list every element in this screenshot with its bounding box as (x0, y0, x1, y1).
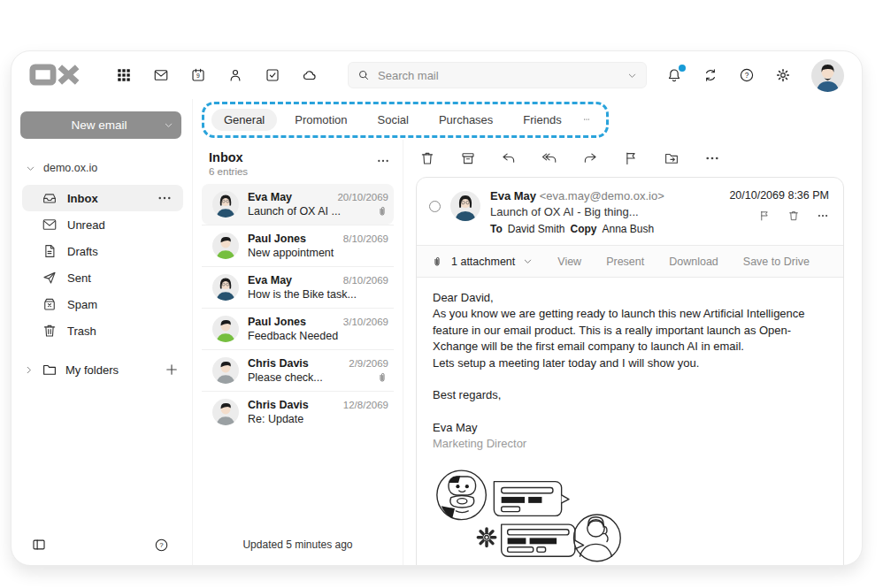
tasks-app-icon[interactable] (265, 67, 280, 83)
detail-datetime: 20/10/2069 8:36 PM (729, 189, 829, 202)
refresh-icon[interactable] (703, 67, 718, 83)
new-email-dropdown[interactable] (155, 120, 181, 130)
sidebar-item-label: Spam (67, 298, 97, 311)
sidebar-item-drafts[interactable]: Drafts (12, 238, 192, 264)
svg-text:9: 9 (196, 73, 200, 79)
header-more-icon[interactable] (817, 210, 829, 222)
tab-promotion[interactable]: Promotion (282, 109, 359, 131)
body-paragraph: Lets setup a meeting later today and I w… (433, 355, 827, 371)
read-state-radio[interactable] (429, 201, 441, 212)
flag-icon[interactable] (758, 210, 771, 222)
move-to-folder-icon[interactable] (664, 150, 680, 166)
reply-all-icon[interactable] (541, 150, 557, 166)
sidebar-item-sent[interactable]: Sent (12, 264, 192, 291)
sidebar-item-label: Trash (67, 325, 96, 338)
paperclip-icon (376, 205, 388, 218)
list-count: 6 entries (209, 166, 248, 177)
search-input[interactable] (378, 69, 619, 82)
copy-value: Anna Bush (602, 223, 654, 235)
account-name: demo.ox.io (43, 162, 97, 174)
flag-icon[interactable] (623, 150, 639, 166)
attachment-save-to-drive-button[interactable]: Save to Drive (743, 256, 810, 268)
list-more-icon[interactable] (376, 154, 390, 168)
avatar (212, 316, 239, 342)
list-item[interactable]: Paul Jones3/10/2069 Feedback Needed (202, 308, 394, 349)
notifications-button[interactable] (666, 67, 682, 83)
detail-header-actions (729, 210, 829, 222)
chevron-down-icon (164, 120, 173, 130)
delete-icon[interactable] (419, 150, 435, 166)
list-item[interactable]: Chris Davis12/8/2069 Re: Update (202, 391, 394, 432)
forward-icon[interactable] (582, 150, 598, 166)
tab-general[interactable]: General (211, 109, 277, 131)
attachment-download-button[interactable]: Download (669, 256, 718, 268)
list-item[interactable]: Eva May20/10/2069 Launch of OX AI ... (202, 184, 394, 225)
gear-shape (478, 529, 495, 546)
delete-icon[interactable] (787, 210, 800, 222)
to-value: David Smith (508, 223, 565, 235)
search-icon (357, 69, 370, 81)
category-tabs-row: General Promotion Social Purchases Frien… (193, 99, 862, 140)
detail-recipients: To David Smith Copy Anna Bush (490, 223, 664, 235)
attachment-indicator (376, 371, 388, 384)
reply-icon[interactable] (501, 150, 517, 166)
tab-social[interactable]: Social (365, 109, 421, 131)
unread-envelope-icon (42, 217, 58, 233)
contacts-app-icon[interactable] (227, 67, 243, 83)
svg-text:?: ? (159, 541, 164, 549)
new-email-label: New email (20, 118, 155, 132)
inbox-more-icon[interactable] (157, 190, 173, 206)
settings-gear-icon[interactable] (775, 67, 791, 83)
sent-plane-icon (42, 270, 58, 286)
body-greeting: Dear David, (433, 290, 827, 306)
drafts-file-icon (42, 243, 58, 259)
help-icon[interactable]: ? (739, 67, 755, 83)
message-date: 8/10/2069 (343, 275, 388, 286)
toolbar-more-icon[interactable] (704, 150, 720, 166)
message-subject: How is the Bike task... (248, 288, 357, 301)
tab-purchases[interactable]: Purchases (426, 109, 505, 131)
sidebar-item-inbox[interactable]: Inbox (22, 185, 183, 211)
inbox-icon (42, 190, 58, 206)
body-regards: Best regards, (433, 387, 827, 403)
mail-card: Eva May <eva.may@demo.ox.io> Launch of O… (416, 177, 844, 566)
toggle-sidebar-icon[interactable] (31, 537, 47, 553)
help-circle-icon[interactable]: ? (154, 538, 169, 553)
message-subject: Please check... (248, 371, 323, 384)
user-avatar[interactable] (811, 59, 844, 92)
sidebar-item-my-folders[interactable]: My folders (24, 362, 180, 378)
mail-detail-pane: Eva May <eva.may@demo.ox.io> Launch of O… (403, 140, 862, 565)
attachment-view-button[interactable]: View (557, 256, 581, 268)
mail-app-icon[interactable] (153, 67, 169, 83)
list-item[interactable]: Paul Jones8/10/2069 New appointment (202, 225, 394, 266)
sidebar-item-unread[interactable]: Unread (12, 211, 192, 238)
attachment-present-button[interactable]: Present (606, 256, 644, 268)
search-bar[interactable] (348, 62, 647, 88)
new-email-button[interactable]: New email (20, 111, 181, 139)
archive-icon[interactable] (460, 150, 476, 166)
attachment-count: 1 attachment (451, 256, 515, 268)
attachment-toggle[interactable]: 1 attachment (431, 256, 533, 268)
sidebar-item-spam[interactable]: Spam (12, 291, 192, 317)
calendar-app-icon[interactable]: 9 (190, 67, 206, 83)
paperclip-icon (431, 256, 443, 268)
folder-sidebar: New email demo.ox.io Inbox Unread (12, 99, 193, 565)
drive-app-icon[interactable] (302, 67, 318, 83)
tabs-more-icon[interactable] (580, 112, 594, 126)
ox-logo (29, 63, 81, 87)
spam-box-icon (42, 296, 58, 312)
attachment-indicator (376, 205, 388, 218)
search-options-chevron-icon[interactable] (627, 71, 637, 80)
chevron-down-icon (523, 256, 533, 266)
account-tree-toggle[interactable]: demo.ox.io (26, 162, 192, 174)
message-date: 3/10/2069 (343, 317, 388, 327)
tab-friends[interactable]: Friends (511, 109, 573, 131)
category-tabs-highlight: General Promotion Social Purchases Frien… (202, 102, 609, 138)
list-item[interactable]: Eva May8/10/2069 How is the Bike task... (202, 266, 394, 308)
attachment-bar: 1 attachment View Present Download Save … (417, 245, 843, 278)
sender-name: Chris Davis (248, 357, 309, 370)
add-folder-icon[interactable] (164, 362, 180, 378)
sidebar-item-trash[interactable]: Trash (12, 317, 192, 344)
app-grid-icon[interactable] (116, 67, 132, 83)
list-item[interactable]: Chris Davis2/9/2069 Please check... (202, 349, 394, 391)
